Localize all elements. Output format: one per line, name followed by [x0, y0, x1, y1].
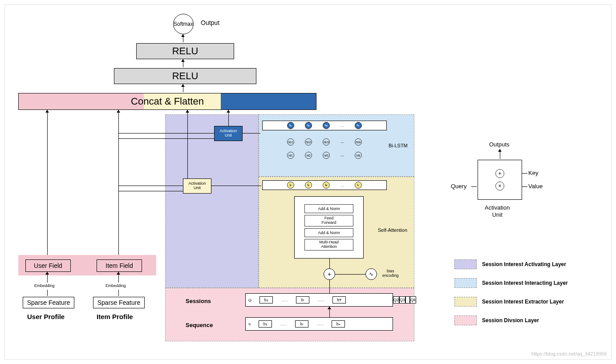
- i2: I₂: [305, 182, 312, 189]
- relu-bottom: RELU: [114, 68, 256, 84]
- au-times-icon: ×: [495, 182, 504, 190]
- q-tail: Q2 Q3 · Qk: [393, 293, 416, 307]
- au-query: Query: [451, 183, 466, 190]
- sessions-label: Sessions: [186, 298, 211, 304]
- b1-s: b₁: [259, 320, 272, 328]
- legend-interacting-text: Session Interest Interacting Layer: [482, 280, 568, 286]
- legend-interacting: Session Interest Interacting Layer: [454, 278, 568, 288]
- activating-layer-bg: [165, 114, 259, 288]
- bias-encoding-label: bias encoding: [382, 269, 399, 278]
- q-label: Qᵢ: [248, 298, 251, 302]
- ik: Iₖ: [355, 182, 362, 189]
- h1-node: h₁: [287, 122, 294, 129]
- hb3: hb3: [323, 138, 330, 146]
- hf1: hf1: [287, 152, 294, 159]
- activation-unit-lower: Activation Unit: [183, 178, 211, 194]
- i-ellipsis: …: [340, 183, 344, 187]
- activation-unit-upper: Activation Unit: [214, 126, 243, 141]
- i3: I₃: [323, 182, 330, 189]
- sparse-user: Sparse Feature: [23, 297, 74, 308]
- legend-swatch-purple: [454, 259, 477, 269]
- hbk: hbk: [355, 138, 362, 146]
- bn-s: bₙ: [332, 320, 345, 328]
- legend-swatch-pink: [454, 315, 477, 325]
- bt-q: bᴛ: [332, 296, 346, 303]
- hb-row: hb1 hb2 hb3 --- hbk: [262, 138, 387, 146]
- legend-swatch-khaki: [454, 297, 477, 307]
- embed-item: Embedding: [105, 283, 126, 288]
- bias-sine-icon: ∿: [365, 268, 377, 280]
- i1: I₁: [287, 182, 294, 189]
- user-field: User Field: [25, 259, 71, 272]
- hk-node: hₖ: [355, 122, 362, 129]
- sequence-container: S b₁ …… bᵢ …… bₙ: [245, 317, 393, 331]
- relu-top: RELU: [136, 43, 234, 59]
- h3-node: h₃: [323, 122, 330, 129]
- au-box: + ×: [478, 160, 522, 200]
- add-norm-1: Add & Norm: [304, 204, 353, 213]
- user-profile: User Profile: [27, 313, 65, 320]
- softmax-node: Softmax: [173, 14, 194, 34]
- hf-row: hf1 hf2 hf3 --- hfk: [262, 152, 387, 159]
- hb2: hb2: [305, 138, 312, 146]
- feed-forward: Feed Forward: [304, 215, 353, 226]
- plus-node: +: [324, 268, 335, 280]
- au-plus-icon: +: [495, 169, 504, 178]
- multi-head-attn: Multi-Head Attention: [304, 239, 353, 251]
- bi-s: bᵢ: [295, 320, 308, 328]
- self-attention-block: Add & Norm Feed Forward Add & Norm Multi…: [294, 196, 364, 259]
- h-ellipsis: …: [340, 124, 344, 128]
- bi-q: bᵢ: [296, 296, 309, 303]
- add-norm-2: Add & Norm: [304, 228, 353, 237]
- legend-extractor: Session Interest Extractor Layer: [454, 297, 564, 307]
- legend-division-text: Session Divsion Layer: [482, 317, 539, 324]
- item-profile: Item Profile: [97, 313, 133, 320]
- legend-activating-text: Session Interest Activating Layer: [482, 261, 566, 267]
- h2-node: h₂: [305, 122, 312, 129]
- legend-division: Session Divsion Layer: [454, 315, 539, 325]
- hfk: hfk: [355, 152, 362, 159]
- bilstm-label: Bi-LSTM: [389, 143, 408, 148]
- hb1: hb1: [287, 138, 294, 146]
- concat-flatten: Concat & Flatten: [18, 93, 316, 110]
- legend-extractor-text: Session Interest Extractor Layer: [482, 299, 564, 305]
- au-key: Key: [528, 170, 538, 176]
- h-row: h₁ h₂ h₃ … hₖ: [262, 121, 387, 130]
- concat-text: Concat & Flatten: [131, 96, 204, 107]
- legend-activating: Session Interest Activating Layer: [454, 259, 566, 269]
- self-attention-label: Self-Attention: [378, 227, 407, 233]
- au-outputs: Outputs: [489, 141, 510, 148]
- legend-swatch-blue: [454, 278, 477, 288]
- s-label: S: [248, 322, 251, 326]
- output-label: Output: [201, 19, 219, 26]
- hf3: hf3: [323, 152, 330, 159]
- hf2: hf2: [305, 152, 312, 159]
- i-row: I₁ I₂ I₃ … Iₖ: [262, 180, 387, 190]
- au-value: Value: [528, 183, 543, 190]
- b1-q: b₁: [259, 296, 273, 303]
- watermark: https://blog.csdn.net/qq_34219959: [531, 351, 607, 356]
- au-label: Activation Unit: [485, 204, 510, 218]
- item-field: Item Field: [97, 259, 142, 272]
- sequence-label: Sequence: [186, 322, 213, 328]
- sparse-item: Sparse Feature: [93, 297, 145, 308]
- softmax-text: Softmax: [174, 21, 193, 27]
- sessions-container: Qᵢ b₁ …… bᵢ …… bᴛ: [245, 293, 393, 307]
- embed-user: Embedding: [34, 283, 55, 288]
